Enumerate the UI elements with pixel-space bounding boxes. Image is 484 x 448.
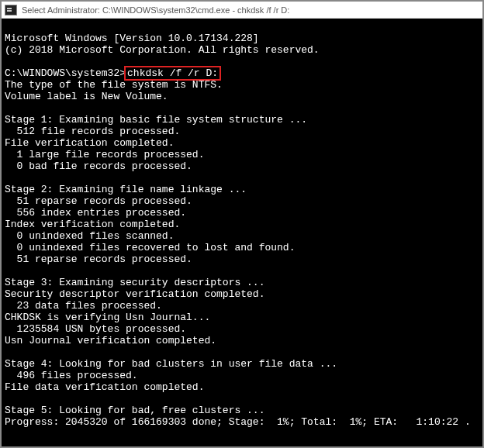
output-line: Stage 2: Examining file name linkage ... <box>5 184 247 195</box>
output-line: Stage 1: Examining basic file system str… <box>5 114 307 126</box>
output-line: Volume label is New Volume. <box>5 91 168 102</box>
output-line: 496 files processed. <box>5 370 138 381</box>
output-line: Stage 4: Looking for bad clusters in use… <box>5 358 337 370</box>
output-line: 51 reparse records processed. <box>5 253 192 265</box>
output-line: 0 bad file records processed. <box>5 160 192 172</box>
output-line: 51 reparse records processed. <box>5 195 192 207</box>
output-line: Security descriptor verification complet… <box>5 288 264 300</box>
cmd-window: Select Administrator: C:\WINDOWS\system3… <box>0 0 484 448</box>
output-line: The type of the file system is NTFS. <box>5 79 223 91</box>
output-line: Stage 5: Looking for bad, free clusters … <box>5 405 264 416</box>
terminal-output[interactable]: Microsoft Windows [Version 10.0.17134.22… <box>2 19 482 446</box>
window-title: Select Administrator: C:\WINDOWS\system3… <box>22 5 289 15</box>
cmd-icon <box>5 5 17 16</box>
output-line: File verification completed. <box>5 137 174 149</box>
output-line: Microsoft Windows [Version 10.0.17134.22… <box>5 33 259 44</box>
output-line: Progress: 2045320 of 166169303 done; Sta… <box>5 416 471 428</box>
prompt: C:\WINDOWS\system32> <box>5 67 126 79</box>
output-line: Stage 3: Examining security descriptors … <box>5 277 264 288</box>
output-line: Usn Journal verification completed. <box>5 335 216 346</box>
output-line: 1 large file records processed. <box>5 149 204 160</box>
output-line: 556 index entries processed. <box>5 207 186 219</box>
output-line: 0 unindexed files scanned. <box>5 230 174 242</box>
output-line: File data verification completed. <box>5 381 204 393</box>
output-line: Index verification completed. <box>5 219 180 230</box>
output-line: 1235584 USN bytes processed. <box>5 323 186 335</box>
output-line: 0 unindexed files recovered to lost and … <box>5 242 295 253</box>
output-line: 512 file records processed. <box>5 126 180 137</box>
output-line: 23 data files processed. <box>5 300 162 312</box>
prompt-line: C:\WINDOWS\system32>chkdsk /f /r D: <box>5 67 221 79</box>
output-line: CHKDSK is verifying Usn Journal... <box>5 312 210 323</box>
output-line: (c) 2018 Microsoft Corporation. All righ… <box>5 44 320 56</box>
titlebar[interactable]: Select Administrator: C:\WINDOWS\system3… <box>2 2 482 19</box>
